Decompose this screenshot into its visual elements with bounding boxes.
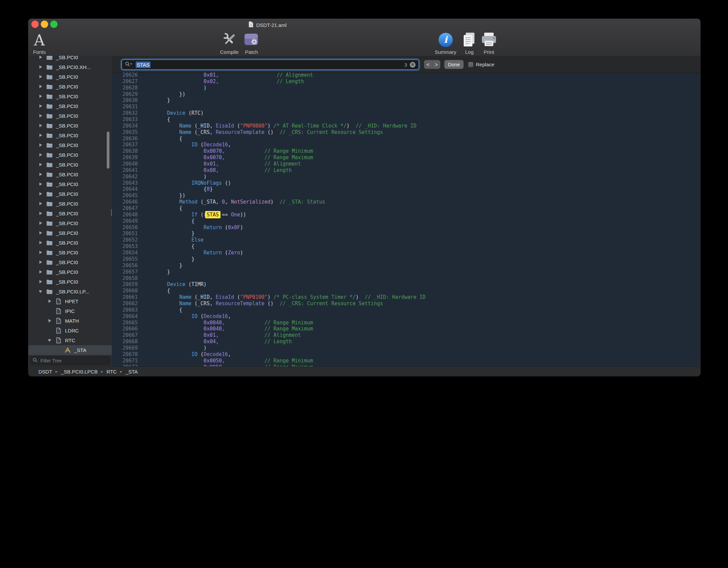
find-search-field[interactable]: STAS 3 ✕ <box>122 60 419 70</box>
tree-item-_sb-pci0[interactable]: _SB.PCI0 <box>28 140 112 150</box>
disclosure-closed-icon[interactable] <box>38 201 44 207</box>
disclosure-closed-icon[interactable] <box>38 103 44 109</box>
code-line[interactable]: 20659 Device (TIMR) <box>114 281 700 288</box>
disclosure-closed-icon[interactable] <box>38 74 44 80</box>
done-button[interactable]: Done <box>444 60 464 69</box>
code-line[interactable]: 20655 } <box>114 256 700 262</box>
zoom-button[interactable] <box>50 21 58 28</box>
code-line[interactable]: 20663 { <box>114 307 700 313</box>
tree-item-_sb-pci0[interactable]: _SB.PCI0 <box>28 121 112 131</box>
code-line[interactable]: 20643 IRQNoFlags () <box>114 180 700 186</box>
code-line[interactable]: 20626 0x01, // Alignment <box>114 73 700 78</box>
find-previous-button[interactable]: < <box>424 60 432 69</box>
tree-item-_sb-pci0[interactable]: _SB.PCI0 <box>28 56 112 62</box>
code-line[interactable]: 20661 Name (_HID, EisaId ("PNP0100") /* … <box>114 294 700 300</box>
code-line[interactable]: 20660 { <box>114 288 700 294</box>
disclosure-closed-icon[interactable] <box>38 172 44 178</box>
disclosure-closed-icon[interactable] <box>38 181 44 187</box>
code-line[interactable]: 20629 }) <box>114 91 700 98</box>
tree-item-math[interactable]: MATH <box>28 316 112 326</box>
code-line[interactable]: 20656 } <box>114 262 700 269</box>
disclosure-closed-icon[interactable] <box>38 84 44 90</box>
disclosure-closed-icon[interactable] <box>38 162 44 168</box>
disclosure-closed-icon[interactable] <box>38 152 44 158</box>
code-line[interactable]: 20644 {8} <box>114 186 700 192</box>
tree-item-_sb-pci0[interactable]: _SB.PCI0 <box>28 131 112 140</box>
code-line[interactable]: 20669 ) <box>114 345 700 351</box>
tree-item-_sb-pci0[interactable]: _SB.PCI0 <box>28 257 112 267</box>
code-line[interactable]: 20638 0x0070, // Range Minimum <box>114 148 700 154</box>
tree-item-_sb-pci0[interactable]: _SB.PCI0 <box>28 170 112 179</box>
tree-item-_sb-pci0[interactable]: _SB.PCI0 <box>28 92 112 101</box>
code-line[interactable]: 20634 Name (_HID, EisaId ("PNP0B00") /* … <box>114 123 700 129</box>
patch-button[interactable]: Patch <box>236 32 267 55</box>
tree-item-_sb-pci0[interactable]: _SB.PCI0 <box>28 248 112 257</box>
code-line[interactable]: 20636 { <box>114 136 700 142</box>
tree-item-ipic[interactable]: IPIC <box>28 306 112 316</box>
code-line[interactable]: 20627 0x02, // Length <box>114 78 700 85</box>
breadcrumb-item[interactable]: DSDT <box>38 369 52 375</box>
code-line[interactable]: 20668 0x04, // Length <box>114 339 700 345</box>
code-line[interactable]: 20632 Device (RTC) <box>114 110 700 116</box>
code-line[interactable]: 20633 { <box>114 116 700 123</box>
replace-checkbox[interactable] <box>468 62 473 67</box>
code-line[interactable]: 20639 0x0070, // Range Maximum <box>114 154 700 161</box>
code-line[interactable]: 20649 { <box>114 218 700 224</box>
breadcrumb-item[interactable]: _STA <box>126 369 138 375</box>
tree-item-_sb-pci0[interactable]: _SB.PCI0 <box>28 72 112 82</box>
code-line[interactable]: 20658 <box>114 275 700 282</box>
code-line[interactable]: 20671 0x0050, // Range Minimum <box>114 358 700 364</box>
code-line[interactable]: 20641 0x08, // Length <box>114 167 700 174</box>
tree-item-_sb-pci0[interactable]: _SB.PCI0 <box>28 111 112 121</box>
code-line[interactable]: 20640 0x01, // Alignment <box>114 161 700 167</box>
code-line[interactable]: 20642 ) <box>114 174 700 180</box>
code-line[interactable]: 20666 0x0040, // Range Maximum <box>114 326 700 332</box>
tree-item-rtc[interactable]: RTC <box>28 335 112 345</box>
disclosure-closed-icon[interactable] <box>38 113 44 119</box>
code-line[interactable]: 20628 ) <box>114 85 700 91</box>
tree-view[interactable]: _SB.PCI0_SB.PCI0.XH..._SB.PCI0_SB.PCI0_S… <box>28 56 112 356</box>
code-line[interactable]: 20637 IO (Decode16, <box>114 142 700 148</box>
disclosure-closed-icon[interactable] <box>38 191 44 197</box>
disclosure-closed-icon[interactable] <box>38 240 44 246</box>
print-button[interactable]: Print <box>474 32 504 55</box>
disclosure-closed-icon[interactable] <box>47 318 53 324</box>
clear-search-icon[interactable]: ✕ <box>410 62 416 68</box>
disclosure-closed-icon[interactable] <box>47 298 53 305</box>
tree-item-_sb-pci0[interactable]: _SB.PCI0 <box>28 238 112 248</box>
tree-item-_sb-pci0[interactable]: _SB.PCI0 <box>28 277 112 287</box>
code-editor[interactable]: 20626 0x01, // Alignment20627 0x02, // L… <box>112 73 700 366</box>
filter-tree-input[interactable] <box>40 358 107 364</box>
code-line[interactable]: 20670 IO (Decode16, <box>114 351 700 358</box>
code-line[interactable]: 20648 If ((STAS == One)) <box>114 212 700 218</box>
tree-item-_sb-pci0[interactable]: _SB.PCI0 <box>28 218 112 228</box>
code-line[interactable]: 20646 Method (_STA, 0, NotSerialized) //… <box>114 199 700 205</box>
find-next-button[interactable]: > <box>432 60 440 69</box>
code-line[interactable]: 20665 0x0040, // Range Minimum <box>114 320 700 326</box>
tree-item-_sta[interactable]: _STA <box>28 345 112 355</box>
code-line[interactable]: 20672 0x0050, // Range Maximum <box>114 364 700 366</box>
disclosure-closed-icon[interactable] <box>38 269 44 275</box>
code-line[interactable]: 20631 <box>114 104 700 110</box>
tree-item-ldrc[interactable]: LDRC <box>28 326 112 335</box>
tree-item-_sb-pci0[interactable]: _SB.PCI0 <box>28 179 112 189</box>
tree-item-_sb-pci0[interactable]: _SB.PCI0 <box>28 209 112 218</box>
title-bar[interactable]: DSDT-21.aml <box>28 19 700 31</box>
disclosure-closed-icon[interactable] <box>38 279 44 285</box>
disclosure-closed-icon[interactable] <box>38 142 44 148</box>
minimize-button[interactable] <box>41 21 48 28</box>
tree-item-_sb-pci0[interactable]: _SB.PCI0 <box>28 199 112 209</box>
tree-item-_sb-pci0[interactable]: _SB.PCI0 <box>28 189 112 199</box>
disclosure-closed-icon[interactable] <box>38 94 44 100</box>
tree-item-_sb-pci0[interactable]: _SB.PCI0 <box>28 228 112 238</box>
code-line[interactable]: 20650 Return (0x0F) <box>114 224 700 231</box>
code-line[interactable]: 20654 Return (Zero) <box>114 250 700 256</box>
disclosure-closed-icon[interactable] <box>38 211 44 217</box>
code-line[interactable]: 20645 }) <box>114 192 700 199</box>
code-line[interactable]: 20657 } <box>114 269 700 275</box>
breadcrumb-item[interactable]: RTC <box>106 369 117 375</box>
sidebar-scrollbar[interactable] <box>107 132 109 169</box>
disclosure-closed-icon[interactable] <box>38 133 44 139</box>
code-line[interactable]: 20664 IO (Decode16, <box>114 313 700 320</box>
tree-item-_sb-pci0-lp[interactable]: _SB.PCI0.LP... <box>28 287 112 296</box>
